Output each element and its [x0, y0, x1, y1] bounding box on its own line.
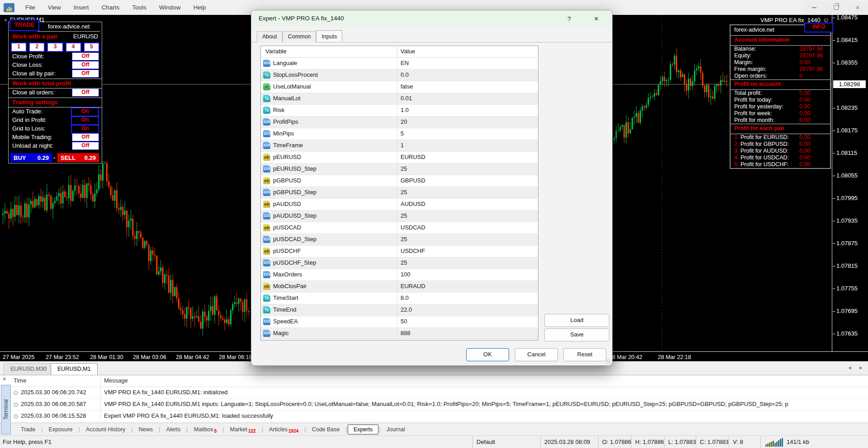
- terminal-message-row[interactable]: 2025.03.30 06:06:20.742VMP PRO EA fix_14…: [0, 387, 868, 399]
- menu-item-insert[interactable]: Insert: [67, 0, 95, 15]
- terminal-tab-exposure[interactable]: Exposure: [43, 425, 78, 434]
- toggle-button[interactable]: Off: [72, 70, 99, 78]
- pair-button-3[interactable]: 3: [47, 42, 63, 52]
- info-panel-button[interactable]: INFO: [804, 23, 833, 33]
- param-row[interactable]: ½ManualLot0.01: [261, 93, 538, 105]
- param-value[interactable]: GBPUSD: [401, 177, 425, 184]
- reset-button[interactable]: Reset: [563, 348, 606, 361]
- param-row[interactable]: ½StopLossProcent0.0: [261, 70, 538, 81]
- param-value[interactable]: USDCHF: [401, 247, 425, 254]
- param-value[interactable]: 20: [401, 118, 407, 125]
- window-close-button[interactable]: ✕: [847, 1, 868, 14]
- sell-button[interactable]: SELL0.29: [57, 153, 99, 162]
- param-row[interactable]: abpAUDUSDAUDUSD: [261, 199, 538, 210]
- param-value[interactable]: 5: [401, 130, 404, 137]
- toggle-button[interactable]: Off: [72, 89, 99, 97]
- terminal-tab-experts[interactable]: Experts: [348, 425, 378, 434]
- param-value[interactable]: 8.0: [401, 294, 409, 301]
- menu-item-tools[interactable]: Tools: [126, 0, 153, 15]
- param-row[interactable]: 123pGBPUSD_Step25: [261, 187, 538, 199]
- save-button[interactable]: Save: [544, 328, 609, 341]
- ok-button[interactable]: OK: [466, 348, 509, 361]
- toggle-button[interactable]: Off: [72, 61, 99, 69]
- param-row[interactable]: abpUSDCHFUSDCHF: [261, 246, 538, 257]
- terminal-message-row[interactable]: 2025.03.30 06:06:15.528Expert VMP PRO EA…: [0, 411, 868, 422]
- menu-item-file[interactable]: File: [19, 0, 42, 15]
- cancel-button[interactable]: Cancel: [515, 348, 558, 361]
- param-row[interactable]: abpEURUSDEURUSD: [261, 152, 538, 163]
- param-row[interactable]: 123MinPips5: [261, 128, 538, 140]
- pair-button-4[interactable]: 4: [66, 42, 81, 52]
- terminal-message-row[interactable]: 2025.03.30 06:06:20.587VMP PRO EA fix_14…: [0, 399, 868, 411]
- chart-tab-eurusd-m30[interactable]: EURUSD,M30: [4, 363, 54, 375]
- terminal-vertical-tab[interactable]: Terminal: [1, 385, 11, 434]
- dialog-tab-common[interactable]: Common: [283, 31, 316, 42]
- terminal-tab-market[interactable]: Market122: [225, 425, 261, 434]
- param-value[interactable]: 1: [401, 142, 404, 149]
- terminal-tab-alerts[interactable]: Alerts: [160, 425, 186, 434]
- pair-button-1[interactable]: 1: [11, 42, 27, 52]
- param-value[interactable]: 100: [401, 271, 410, 278]
- param-value[interactable]: false: [401, 83, 413, 90]
- window-restore-button[interactable]: [826, 1, 846, 14]
- param-row[interactable]: 123SpeedEA50: [261, 316, 538, 328]
- param-row[interactable]: abpUSDCADUSDCAD: [261, 222, 538, 234]
- param-row[interactable]: abMobClosPairEURAUD: [261, 281, 538, 293]
- param-row[interactable]: UseUPlotfalse: [261, 340, 538, 341]
- terminal-tab-journal[interactable]: Journal: [381, 425, 410, 434]
- toggle-button[interactable]: On: [71, 125, 99, 134]
- param-value[interactable]: 888: [401, 330, 410, 336]
- param-value[interactable]: 22.0: [401, 306, 412, 313]
- param-value[interactable]: EURUSD: [401, 154, 425, 160]
- pair-button-5[interactable]: 5: [84, 42, 99, 52]
- param-row[interactable]: UseLotManualfalse: [261, 81, 538, 93]
- terminal-tab-code-base[interactable]: Code Base: [307, 425, 345, 434]
- param-row[interactable]: ½TimeStart8.0: [261, 293, 538, 304]
- param-row[interactable]: 123MaxOrders100: [261, 269, 538, 281]
- dialog-help-button[interactable]: ?: [564, 14, 574, 24]
- param-row[interactable]: 123TimeFrame1: [261, 140, 538, 152]
- param-value[interactable]: USDCAD: [401, 224, 425, 231]
- dialog-tab-inputs[interactable]: Inputs: [316, 30, 342, 42]
- toggle-button[interactable]: Off: [72, 52, 99, 61]
- toggle-button[interactable]: On: [71, 107, 99, 117]
- chart-tab-eurusd-m1[interactable]: EURUSD,M1: [51, 363, 98, 375]
- param-row[interactable]: 123Magic888: [261, 328, 538, 340]
- terminal-tab-articles[interactable]: Articles1924: [264, 425, 304, 434]
- menu-item-charts[interactable]: Charts: [95, 0, 126, 15]
- window-minimize-button[interactable]: [804, 1, 825, 14]
- dialog-tab-about[interactable]: About: [257, 31, 283, 42]
- load-button[interactable]: Load: [544, 314, 609, 327]
- terminal-close-icon[interactable]: ✕: [2, 376, 6, 382]
- terminal-tab-trade[interactable]: Trade: [15, 425, 41, 434]
- param-value[interactable]: 25: [401, 259, 407, 266]
- toggle-button[interactable]: On: [71, 116, 99, 125]
- param-value[interactable]: 1.0: [401, 107, 409, 113]
- param-value[interactable]: 25: [401, 212, 407, 219]
- param-row[interactable]: 123pAUDUSD_Step25: [261, 210, 538, 222]
- pair-button-2[interactable]: 2: [29, 42, 45, 52]
- param-value[interactable]: 25: [401, 165, 407, 172]
- terminal-tab-account-history[interactable]: Account History: [80, 425, 131, 434]
- param-value[interactable]: 25: [401, 189, 407, 196]
- param-row[interactable]: 123LangualeEN: [261, 58, 538, 70]
- toggle-button[interactable]: Off: [72, 133, 99, 141]
- param-value[interactable]: AUDUSD: [401, 201, 425, 207]
- dialog-close-button[interactable]: ✕: [590, 14, 602, 24]
- buy-button[interactable]: BUY0.29: [10, 153, 52, 162]
- param-value[interactable]: 25: [401, 236, 407, 243]
- param-row[interactable]: 123pUSDCAD_Step25: [261, 234, 538, 246]
- param-value[interactable]: EURAUD: [401, 283, 425, 289]
- trade-panel-button[interactable]: TRADE: [9, 19, 39, 31]
- tab-scroll-right-icon[interactable]: ►: [859, 365, 863, 370]
- terminal-tab-mailbox[interactable]: Mailbox5: [189, 425, 222, 434]
- param-value[interactable]: EN: [401, 60, 409, 66]
- param-row[interactable]: 123ProfitPips20: [261, 117, 538, 128]
- menu-item-view[interactable]: View: [42, 0, 67, 15]
- param-row[interactable]: 123pEURUSD_Step25: [261, 163, 538, 175]
- menu-item-help[interactable]: Help: [187, 0, 212, 15]
- param-row[interactable]: ½Risk1.0: [261, 105, 538, 117]
- param-value[interactable]: 0.0: [401, 71, 409, 78]
- param-value[interactable]: 50: [401, 318, 407, 325]
- param-row[interactable]: abpGBPUSDGBPUSD: [261, 175, 538, 187]
